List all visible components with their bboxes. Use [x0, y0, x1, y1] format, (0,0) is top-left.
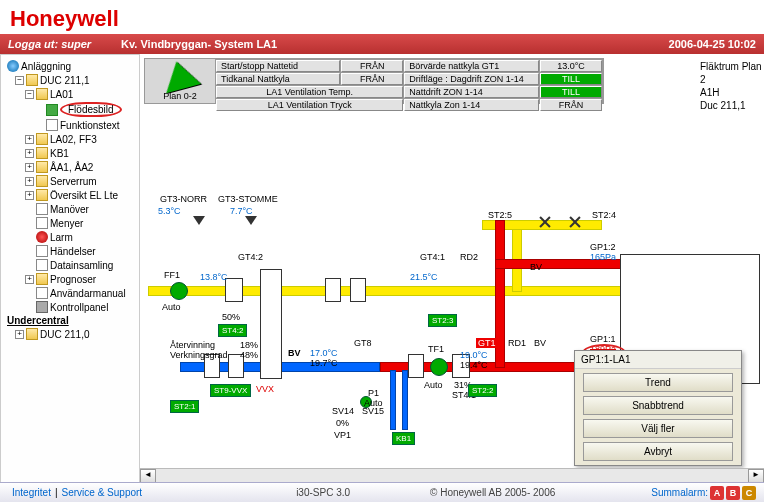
val-gt3norr: 5.3°C — [158, 206, 181, 216]
alarm-badge-b[interactable]: B — [726, 486, 740, 500]
tree-kontroll[interactable]: Kontrollpanel — [50, 302, 108, 313]
ctx-title: GP1:1-LA1 — [575, 351, 741, 369]
fan-tf1[interactable] — [430, 358, 448, 376]
trend-button[interactable]: Trend — [583, 373, 732, 392]
heat-exchanger[interactable] — [260, 269, 282, 379]
val-gt42: 13.8°C — [200, 272, 228, 282]
logout-link[interactable]: Logga ut: super — [8, 38, 91, 50]
tree-manual[interactable]: Användarmanual — [50, 288, 126, 299]
lbl-rd2: RD2 — [460, 252, 478, 262]
help-icon — [36, 287, 48, 299]
val-pct50: 50% — [222, 312, 240, 322]
hdr-cell[interactable]: Börvärde nattkyla GT1 — [404, 60, 539, 72]
snabbtrend-button[interactable]: Snabbtrend — [583, 396, 732, 415]
folder-icon — [26, 328, 38, 340]
folder-icon — [36, 147, 48, 159]
hdr-val: 13.0°C — [540, 60, 602, 72]
expand-icon[interactable]: + — [25, 275, 34, 284]
val-pct0: 0% — [336, 418, 349, 428]
lbl-st24: ST2:4 — [592, 210, 616, 220]
lbl-gt1: GT1 — [476, 338, 498, 348]
expand-icon[interactable]: + — [25, 177, 34, 186]
tree-kb1[interactable]: KB1 — [50, 148, 69, 159]
globe-icon — [7, 60, 19, 72]
hdr-cell[interactable]: LA1 Ventilation Tryck — [216, 99, 403, 111]
expand-icon[interactable]: + — [25, 163, 34, 172]
tree-manover[interactable]: Manöver — [50, 204, 89, 215]
tag-st21: ST2:1 — [170, 400, 199, 413]
tree-prognoser[interactable]: Prognoser — [50, 274, 96, 285]
tree-serverrum[interactable]: Serverrum — [50, 176, 97, 187]
page-icon — [36, 245, 48, 257]
context-menu: GP1:1-LA1 Trend Snabbtrend Välj fler Avb… — [574, 350, 742, 466]
tree-root[interactable]: Anläggning — [21, 61, 71, 72]
valj-fler-button[interactable]: Välj fler — [583, 419, 732, 438]
damper[interactable] — [408, 354, 424, 378]
expand-icon[interactable]: + — [15, 330, 24, 339]
hdr-cell[interactable]: Tidkanal Nattkyla — [216, 73, 340, 85]
lbl-vvx: VVX — [256, 384, 274, 394]
tree-oversikt[interactable]: Översikt EL Lte — [50, 190, 118, 201]
lbl-aterv: Återvinning — [170, 340, 215, 350]
lbl-vp1: VP1 — [334, 430, 351, 440]
brand-logo: Honeywell — [0, 0, 764, 34]
val-gt3stomme: 7.7°C — [230, 206, 253, 216]
hdr-val: TILL — [540, 73, 602, 85]
avbryt-button[interactable]: Avbryt — [583, 442, 732, 461]
tree-flodesbild[interactable]: Flödesbild — [60, 102, 122, 117]
tree-handelser[interactable]: Händelser — [50, 246, 96, 257]
flow-icon — [46, 104, 58, 116]
version-text: i30-SPC 3.0 — [296, 487, 350, 498]
service-link[interactable]: Service & Support — [62, 487, 143, 498]
hdr-cell[interactable]: Start/stopp Nattetid — [216, 60, 340, 72]
expand-icon[interactable]: + — [25, 135, 34, 144]
nav-tree[interactable]: Anläggning −DUC 211,1 −LA01 Flödesbild F… — [0, 54, 140, 484]
north-arrow-icon — [159, 57, 201, 93]
tree-datainsamling[interactable]: Datainsamling — [50, 260, 113, 271]
tree-menyer[interactable]: Menyer — [50, 218, 83, 229]
lbl-sv14: SV14 — [332, 406, 354, 416]
tag-st9: ST9-VVX — [210, 384, 251, 397]
val-gp12: 165Pa — [590, 252, 616, 262]
tree-duc[interactable]: DUC 211,1 — [40, 75, 89, 86]
tree-la02[interactable]: LA02, FF3 — [50, 134, 97, 145]
alarm-badge-c[interactable]: C — [742, 486, 756, 500]
integritet-link[interactable]: Integritet — [12, 487, 51, 498]
tree-funktionstext[interactable]: Funktionstext — [60, 120, 119, 131]
collapse-icon[interactable]: − — [25, 90, 34, 99]
tree-la01[interactable]: LA01 — [50, 89, 73, 100]
lbl-verkn: Verkningsgrad — [170, 350, 228, 360]
lbl-st25: ST2:5 — [488, 210, 512, 220]
hdr-cell[interactable]: Nattkyla Zon 1-14 — [404, 99, 539, 111]
hdr-cell[interactable]: LA1 Ventilation Temp. — [216, 86, 403, 98]
expand-icon[interactable]: + — [25, 191, 34, 200]
fan-ff1[interactable] — [170, 282, 188, 300]
tree-aa[interactable]: ÅA1, ÅA2 — [50, 162, 93, 173]
lbl-gp12: GP1:2 — [590, 242, 616, 252]
folder-icon — [36, 273, 48, 285]
valve-icon[interactable] — [538, 214, 552, 228]
alarm-icon — [36, 231, 48, 243]
val-gt1-2: 19.4°C — [460, 360, 488, 370]
lbl-p1: P1 — [368, 388, 379, 398]
valve-icon[interactable] — [568, 214, 582, 228]
collapse-icon[interactable]: − — [15, 76, 24, 85]
alarm-badge-a[interactable]: A — [710, 486, 724, 500]
damper[interactable] — [325, 278, 341, 302]
hdr-cell[interactable]: Driftläge : Dagdrift ZON 1-14 — [404, 73, 539, 85]
tree-larm[interactable]: Larm — [50, 232, 73, 243]
tag-st22: ST2:2 — [468, 384, 497, 397]
lbl-bv: BV — [288, 348, 301, 358]
hdr-cell[interactable]: Nattdrift ZON 1-14 — [404, 86, 539, 98]
tree-duc2[interactable]: DUC 211,0 — [40, 329, 89, 340]
footer-bar: Integritet | Service & Support i30-SPC 3… — [0, 482, 764, 502]
scroll-right-icon[interactable]: ► — [748, 469, 764, 483]
damper[interactable] — [350, 278, 366, 302]
scroll-left-icon[interactable]: ◄ — [140, 469, 156, 483]
page-icon — [36, 217, 48, 229]
page-icon — [46, 119, 58, 131]
pipe-supply — [148, 286, 648, 296]
expand-icon[interactable]: + — [25, 149, 34, 158]
val-gt8-2: 19.7°C — [310, 358, 338, 368]
tree-undercentral[interactable]: Undercentral — [7, 315, 69, 326]
